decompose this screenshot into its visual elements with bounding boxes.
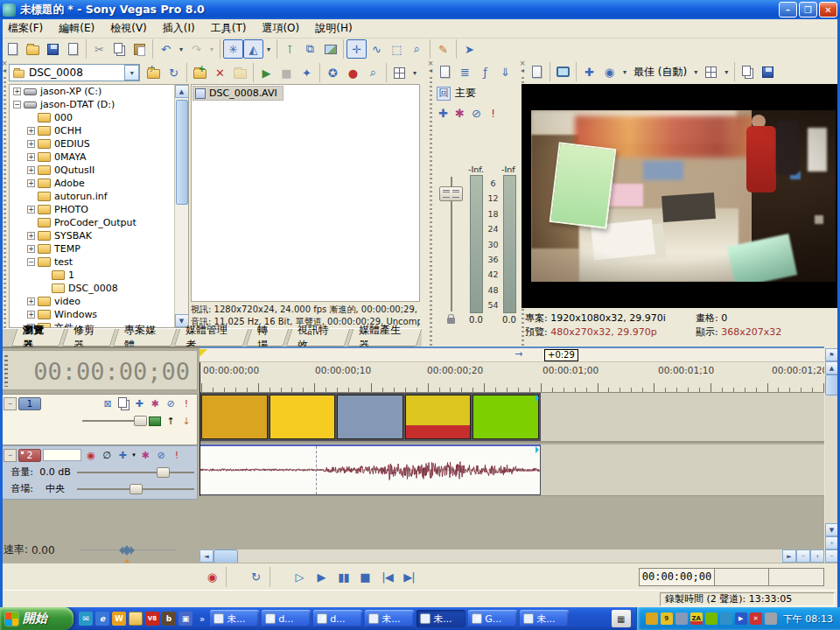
get-media-from-web-button[interactable]: ● bbox=[343, 63, 363, 82]
master-fader-thumb[interactable] bbox=[439, 186, 463, 201]
video-thumbnail[interactable] bbox=[337, 395, 403, 439]
track-solo-toggle[interactable]: ! bbox=[178, 396, 194, 410]
bus-solo-toggle[interactable]: ! bbox=[485, 103, 501, 122]
timecode-display[interactable]: 00:00:00;00 bbox=[640, 569, 715, 585]
taskbar-window-button[interactable]: d... bbox=[262, 610, 311, 627]
title-bar[interactable]: 未標題的 * - Sony Vegas Pro 8.0 – ❒ ✕ bbox=[0, 0, 840, 19]
refresh-button[interactable]: ↻ bbox=[164, 63, 184, 82]
start-preview-button[interactable]: ▶ bbox=[256, 63, 276, 82]
taskbar-window-button[interactable]: 未... bbox=[416, 610, 466, 627]
overlays-button[interactable] bbox=[701, 62, 721, 81]
tree-item[interactable]: 000 bbox=[10, 111, 176, 124]
expand-toggle-icon[interactable]: − bbox=[13, 101, 21, 108]
play-from-start-button[interactable]: ▷ bbox=[289, 567, 311, 587]
fader-lock-icon[interactable] bbox=[447, 318, 455, 324]
multicam-button[interactable] bbox=[147, 414, 163, 428]
project-properties-button[interactable] bbox=[63, 39, 83, 59]
tree-item[interactable]: + jason-XP (C:) bbox=[10, 85, 176, 98]
video-event-clip[interactable] bbox=[200, 393, 541, 441]
ignore-event-grouping-toggle[interactable]: ⧉ bbox=[300, 39, 320, 59]
expand-toggle-icon[interactable]: + bbox=[27, 153, 35, 161]
tray-icon[interactable]: ZA bbox=[690, 612, 703, 625]
expand-toggle-icon[interactable]: + bbox=[27, 311, 35, 318]
toolbar-separator[interactable] bbox=[184, 63, 190, 82]
tree-item[interactable]: + 0QutusII bbox=[10, 164, 176, 177]
toolbar-separator[interactable] bbox=[150, 39, 156, 59]
panel-dock-icon[interactable]: ◂ bbox=[429, 67, 432, 74]
external-monitor-button[interactable] bbox=[553, 62, 573, 81]
track-number-badge[interactable]: 1 bbox=[18, 397, 41, 410]
preview-quality-dropdown[interactable]: ▾ bbox=[690, 62, 701, 81]
compositing-mode-button[interactable]: ✚ bbox=[131, 396, 147, 410]
new-project-button[interactable] bbox=[3, 39, 23, 59]
tree-item[interactable]: 1 bbox=[10, 269, 176, 282]
tree-item[interactable]: − jason-DTAT (D:) bbox=[10, 98, 176, 111]
scrollbar-track[interactable] bbox=[238, 550, 782, 563]
toolbar-separator[interactable] bbox=[317, 63, 323, 82]
tray-icon[interactable]: ▶ bbox=[735, 612, 747, 625]
search-media-button[interactable]: ⌕ bbox=[363, 63, 383, 82]
address-dropdown-arrow[interactable]: ▾ bbox=[124, 65, 139, 80]
tree-item[interactable]: autorun.inf bbox=[10, 190, 176, 203]
split-screen-dropdown[interactable]: ▾ bbox=[620, 62, 630, 81]
new-folder-button[interactable] bbox=[190, 63, 210, 82]
enable-snapping-toggle[interactable]: ✳ bbox=[223, 39, 243, 59]
panel-dock-icon[interactable]: ◂ bbox=[521, 67, 524, 74]
tab-media-manager[interactable]: 媒體管理者 bbox=[174, 329, 248, 346]
toolbar-separator[interactable] bbox=[340, 39, 346, 59]
bus-fx-button[interactable]: ✱ bbox=[452, 103, 468, 122]
media-manager-button[interactable]: ✪ bbox=[323, 63, 343, 82]
volume-slider[interactable] bbox=[77, 466, 194, 479]
taskbar-clock[interactable]: 下午 08:13 bbox=[783, 612, 833, 626]
tray-icon[interactable]: ✕ bbox=[750, 612, 762, 625]
tree-item[interactable]: + 0EDIUS bbox=[10, 137, 176, 150]
toolbar-separator[interactable] bbox=[250, 63, 256, 82]
overlays-dropdown[interactable]: ▾ bbox=[721, 62, 732, 81]
taskbar-window-button[interactable]: d... bbox=[313, 610, 362, 627]
timeline-time-display[interactable]: 00:00:00;00 bbox=[0, 350, 198, 390]
play-button[interactable]: ▶ bbox=[311, 567, 332, 587]
make-compositing-child-button[interactable]: ↑ bbox=[163, 414, 178, 428]
undo-button[interactable]: ↶ bbox=[156, 39, 176, 59]
track-number-badge[interactable]: 2 bbox=[18, 449, 41, 462]
track-level-slider[interactable] bbox=[82, 415, 145, 427]
tab-transitions[interactable]: 轉場 bbox=[246, 329, 290, 346]
menu-view[interactable]: 檢視(V) bbox=[102, 19, 155, 38]
track-fx-button[interactable] bbox=[116, 396, 131, 410]
menu-insert[interactable]: 插入(I) bbox=[155, 19, 203, 38]
tree-item[interactable]: + Windows bbox=[10, 308, 176, 321]
tray-icon[interactable] bbox=[720, 612, 732, 625]
save-project-button[interactable] bbox=[43, 39, 63, 59]
zoom-out-time-icon[interactable]: － bbox=[796, 550, 810, 563]
scrollbar-thumb[interactable] bbox=[214, 550, 238, 563]
meter-left[interactable] bbox=[470, 175, 483, 313]
audio-event-clip[interactable] bbox=[200, 444, 541, 495]
tree-item[interactable]: + PHOTO bbox=[10, 203, 176, 216]
restore-button[interactable]: ❒ bbox=[799, 2, 817, 18]
scroll-up-icon[interactable]: ▲ bbox=[175, 85, 189, 98]
expand-toggle-icon[interactable]: + bbox=[27, 179, 35, 187]
timeline-horizontal-scrollbar[interactable]: ◄ ► － ＋ bbox=[200, 550, 824, 563]
menu-file[interactable]: 檔案(F) bbox=[0, 19, 51, 38]
expand-toggle-icon[interactable]: + bbox=[13, 88, 21, 95]
time-ruler[interactable]: 00:00:00;0000:00:00;1000:00:00;2000:00:0… bbox=[200, 362, 824, 393]
mixer-properties-button[interactable] bbox=[435, 62, 455, 81]
tree-item[interactable]: DSC_0008 bbox=[10, 282, 176, 295]
scroll-left-icon[interactable]: ◄ bbox=[200, 550, 214, 563]
insert-assignable-fx-button[interactable]: ƒ bbox=[475, 62, 495, 81]
toolbar-separator[interactable] bbox=[453, 39, 459, 59]
quick-launch-folder[interactable] bbox=[129, 612, 143, 626]
cut-button[interactable]: ✂ bbox=[89, 39, 109, 59]
tree-item[interactable]: + TEMP bbox=[10, 242, 176, 256]
expand-toggle-icon[interactable]: + bbox=[27, 206, 35, 214]
minimize-track-icon[interactable]: － bbox=[4, 449, 17, 462]
video-thumbnail[interactable] bbox=[201, 395, 268, 439]
tree-item[interactable]: + SYSBAK bbox=[10, 229, 176, 242]
selection-edit-tool-button[interactable]: ⬚ bbox=[387, 39, 407, 59]
split-screen-view-button[interactable]: ◉ bbox=[599, 62, 620, 81]
tray-icon[interactable]: 9 bbox=[661, 612, 673, 625]
tray-icon[interactable] bbox=[676, 612, 688, 625]
tray-icon[interactable] bbox=[646, 612, 658, 625]
envelope-edit-tool-button[interactable]: ∿ bbox=[367, 39, 387, 59]
tree-item[interactable]: ProCoder_Output bbox=[10, 216, 176, 229]
